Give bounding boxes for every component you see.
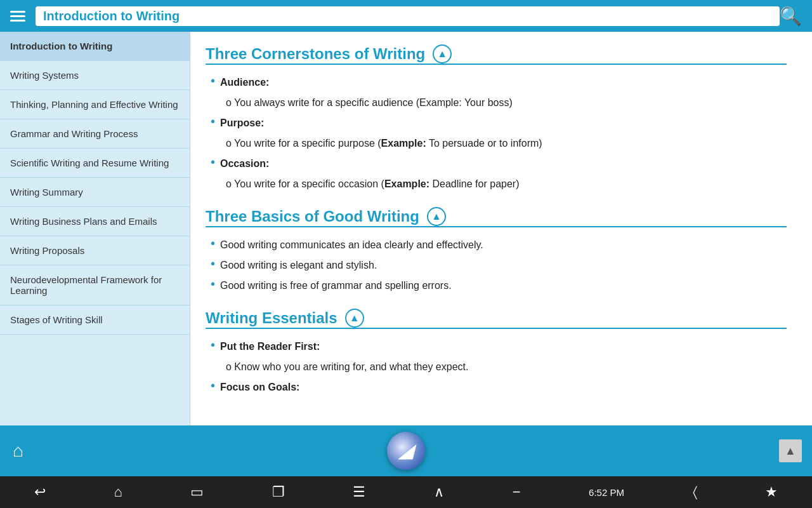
sidebar-item-neurodevelopmental[interactable]: Neurodevelopmental Framework for Learnin… <box>0 265 190 305</box>
bullet-text: Focus on Goals: <box>220 380 299 395</box>
bullet-dot: • <box>211 74 215 88</box>
home-button[interactable]: ⌂ <box>13 441 23 461</box>
search-icon[interactable]: 🔍 <box>780 6 802 27</box>
bullet-dot: • <box>211 114 215 129</box>
sidebar-item-writing-proposals[interactable]: Writing Proposals <box>0 236 190 265</box>
sidebar-item-scientific-writing[interactable]: Scientific Writing and Resume Writing <box>0 149 190 178</box>
time-display: 6:52 PM <box>581 485 632 500</box>
hamburger-menu-button[interactable] <box>10 11 25 22</box>
up-chevron-button[interactable]: ∧ <box>426 481 452 503</box>
sidebar-item-stages-writing[interactable]: Stages of Writing Skill <box>0 305 190 335</box>
basics-title: Three Basics of Good Writing <box>206 208 419 225</box>
bullet-text: Good writing is elegant and stylish. <box>220 258 377 273</box>
sidebar-item-writing-systems[interactable]: Writing Systems <box>0 61 190 90</box>
sidebar-item-intro-writing[interactable]: Introduction to Writing <box>0 32 190 61</box>
list-item: • Good writing is elegant and stylish. <box>206 258 787 273</box>
essentials-title: Writing Essentials <box>206 309 337 327</box>
essentials-up-arrow[interactable]: ▲ <box>345 309 364 328</box>
top-bar-title: Introduction to Writing <box>36 6 780 26</box>
bullet-text: Audience: <box>220 75 269 90</box>
sub-item-purpose: You write for a specific purpose (Exampl… <box>226 136 787 151</box>
bullet-text: Put the Reader First: <box>220 339 320 354</box>
section-heading-basics: Three Basics of Good Writing ▲ <box>206 207 787 227</box>
bullet-text: Purpose: <box>220 116 264 131</box>
scroll-up-button[interactable]: ▲ <box>779 439 802 462</box>
sidebar: Introduction to Writing Writing Systems … <box>0 32 190 425</box>
section-essentials: Writing Essentials ▲ • Put the Reader Fi… <box>206 309 787 395</box>
nav-home-button[interactable]: ⌂ <box>106 481 129 503</box>
list-item: • Purpose: <box>206 116 787 131</box>
sub-item-audience: You always write for a specific audience… <box>226 95 787 110</box>
recents-button[interactable]: ▭ <box>183 481 211 503</box>
bullet-text: Occasion: <box>220 156 269 171</box>
main-area: Introduction to Writing Writing Systems … <box>0 32 812 425</box>
bullet-dot: • <box>211 338 215 352</box>
list-item: • Occasion: <box>206 156 787 171</box>
list-item: • Focus on Goals: <box>206 380 787 395</box>
section-heading-cornerstones: Three Cornerstones of Writing ▲ <box>206 44 787 65</box>
bottom-bar: ⌂ ◢ ▲ <box>0 425 812 476</box>
signal-icon: ★ <box>757 481 785 503</box>
bullet-text: Good writing is free of grammar and spel… <box>220 278 452 293</box>
sidebar-item-thinking-planning[interactable]: Thinking, Planning and Effective Writing <box>0 90 190 119</box>
list-item: • Audience: <box>206 75 787 90</box>
wifi-icon: 〈 <box>685 481 705 503</box>
section-basics: Three Basics of Good Writing ▲ • Good wr… <box>206 207 787 293</box>
cornerstones-up-arrow[interactable]: ▲ <box>433 44 452 64</box>
basics-up-arrow[interactable]: ▲ <box>427 207 446 226</box>
sub-item-reader-first: Know who you are writing for, and what t… <box>226 359 787 375</box>
bullet-dot: • <box>211 236 215 251</box>
center-logo[interactable]: ◢ <box>387 432 425 470</box>
back-button[interactable]: ↩ <box>27 481 53 503</box>
bullet-dot: • <box>211 277 215 291</box>
grid-button[interactable]: ❐ <box>265 481 292 503</box>
sub-item-occasion: You write for a specific occasion (Examp… <box>226 177 787 192</box>
bottom-nav-row: ↩ ⌂ ▭ ❐ ☰ ∧ − 6:52 PM 〈 ★ <box>0 476 812 508</box>
bullet-dot: • <box>211 378 215 393</box>
bullet-dot: • <box>211 257 215 271</box>
bullet-text: Good writing communicates an idea clearl… <box>220 237 483 253</box>
list-item: • Put the Reader First: <box>206 339 787 354</box>
cornerstones-title: Three Cornerstones of Writing <box>206 45 425 63</box>
section-cornerstones: Three Cornerstones of Writing ▲ • Audien… <box>206 44 787 192</box>
top-bar: Introduction to Writing 🔍 <box>0 0 812 32</box>
sidebar-item-grammar-writing[interactable]: Grammar and Writing Process <box>0 119 190 149</box>
list-item: • Good writing is free of grammar and sp… <box>206 278 787 293</box>
menu-button[interactable]: ☰ <box>345 481 373 503</box>
logo-circle: ◢ <box>387 432 425 470</box>
list-item: • Good writing communicates an idea clea… <box>206 237 787 253</box>
minus-button[interactable]: − <box>505 481 528 503</box>
sidebar-item-writing-summary[interactable]: Writing Summary <box>0 178 190 207</box>
sidebar-item-business-plans[interactable]: Writing Business Plans and Emails <box>0 207 190 236</box>
bullet-dot: • <box>211 155 215 170</box>
section-heading-essentials: Writing Essentials ▲ <box>206 309 787 329</box>
content-pane: Three Cornerstones of Writing ▲ • Audien… <box>190 32 812 425</box>
